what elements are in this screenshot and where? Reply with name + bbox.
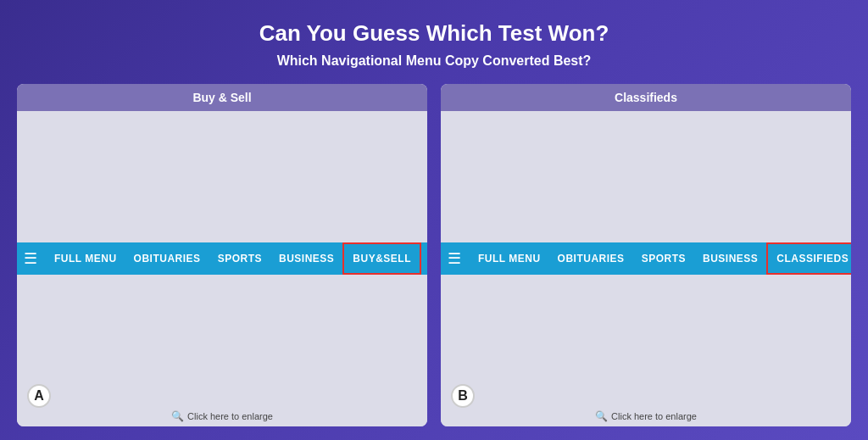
- nav-fullmenu-a[interactable]: FULL MENU: [46, 242, 125, 275]
- variant-a-badge: A: [27, 384, 51, 408]
- variant-b-footer[interactable]: 🔍 Click here to enlarge: [441, 406, 851, 426]
- nav-business-b[interactable]: BUSINESS: [694, 242, 766, 275]
- nav-classifieds-b[interactable]: CLASSIFIEDS: [766, 242, 851, 275]
- hamburger-icon-a: ☰: [24, 251, 37, 266]
- variants-container: Buy & Sell ☰ FULL MENU OBITUARIES SPORTS…: [17, 84, 851, 426]
- variant-a-footer[interactable]: 🔍 Click here to enlarge: [17, 406, 427, 426]
- variant-a-header: Buy & Sell: [17, 84, 427, 111]
- variant-b-enlarge-label[interactable]: Click here to enlarge: [611, 411, 697, 421]
- nav-obituaries-b[interactable]: OBITUARIES: [549, 242, 633, 275]
- variant-b-body: ☰ FULL MENU OBITUARIES SPORTS BUSINESS C…: [441, 111, 851, 406]
- search-icon-a: 🔍: [171, 410, 184, 422]
- variant-b-header: Classifieds: [441, 84, 851, 111]
- hamburger-icon-b: ☰: [448, 251, 461, 266]
- nav-buysell-a[interactable]: BUY&SELL: [342, 242, 421, 275]
- search-icon-b: 🔍: [595, 410, 608, 422]
- variant-a-navbar: ☰ FULL MENU OBITUARIES SPORTS BUSINESS B…: [17, 242, 427, 275]
- page-sub-title: Which Navigational Menu Copy Converted B…: [277, 53, 592, 69]
- nav-business-a[interactable]: BUSINESS: [270, 242, 342, 275]
- nav-fullmenu-b[interactable]: FULL MENU: [470, 242, 549, 275]
- nav-obituaries-a[interactable]: OBITUARIES: [125, 242, 209, 275]
- nav-sports-b[interactable]: SPORTS: [633, 242, 694, 275]
- variant-b-navbar: ☰ FULL MENU OBITUARIES SPORTS BUSINESS C…: [441, 242, 851, 275]
- variant-a-enlarge-label[interactable]: Click here to enlarge: [187, 411, 273, 421]
- variant-a-body: ☰ FULL MENU OBITUARIES SPORTS BUSINESS B…: [17, 111, 427, 406]
- variant-b-badge: B: [451, 384, 475, 408]
- nav-sports-a[interactable]: SPORTS: [209, 242, 270, 275]
- page-main-title: Can You Guess Which Test Won?: [259, 20, 609, 47]
- variant-card-b: Classifieds ☰ FULL MENU OBITUARIES SPORT…: [441, 84, 851, 426]
- variant-card-a: Buy & Sell ☰ FULL MENU OBITUARIES SPORTS…: [17, 84, 427, 426]
